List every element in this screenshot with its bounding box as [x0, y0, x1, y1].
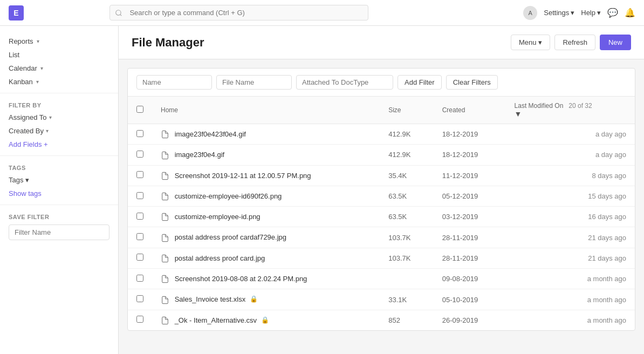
chevron-down-icon: ▾ [25, 176, 29, 184]
file-name-text[interactable]: customize-employee-id690f26.png [175, 192, 282, 200]
file-name-text[interactable]: Screenshot 2019-12-11 at 12.00.57 PM.png [175, 172, 311, 180]
navbar-right: A Settings ▾ Help ▾ 💬 🔔 [523, 6, 635, 20]
row-modified-cell: 8 days ago [506, 165, 635, 186]
row-created-cell: 11-12-2019 [434, 165, 506, 186]
row-name-cell: Screenshot 2019-08-08 at 2.02.24 PM.png [152, 269, 380, 289]
row-checkbox[interactable] [136, 213, 143, 220]
tags-filter-item[interactable]: Tags ▾ [0, 173, 118, 187]
sidebar-item-reports[interactable]: Reports ▾ [0, 35, 118, 48]
row-size-cell: 412.9K [380, 124, 434, 145]
file-name-text[interactable]: postal address proof card.jpg [175, 254, 265, 262]
filter-name-input[interactable] [9, 224, 109, 240]
refresh-button[interactable]: Refresh [554, 35, 595, 50]
row-size-cell [380, 269, 434, 289]
page-wrapper: Reports ▾ List Calendar ▾ Kanban ▾ FILTE… [0, 26, 644, 354]
table-row: postal address proof card.jpg 103.7K 28-… [128, 248, 635, 268]
sidebar-item-calendar[interactable]: Calendar ▾ [0, 62, 118, 75]
table-row: postal address proof cardaf729e.jpg 103.… [128, 227, 635, 248]
sidebar-divider [0, 93, 118, 93]
row-checkbox[interactable] [136, 171, 143, 178]
lock-icon: 🔒 [250, 295, 258, 303]
sort-direction-button[interactable]: ▼ [515, 110, 522, 118]
row-checkbox-cell [128, 207, 152, 227]
add-filter-button[interactable]: Add Filter [398, 75, 442, 90]
file-name-text[interactable]: Screenshot 2019-08-08 at 2.02.24 PM.png [175, 275, 307, 283]
file-name-text[interactable]: _Ok - Item_Alternative.csv [175, 316, 257, 324]
chevron-down-icon: ▾ [571, 9, 574, 17]
row-created-cell: 28-11-2019 [434, 248, 506, 268]
row-checkbox[interactable] [136, 295, 143, 302]
settings-button[interactable]: Settings ▾ [544, 9, 574, 17]
row-checkbox-cell [128, 124, 152, 145]
row-checkbox[interactable] [136, 275, 143, 282]
sidebar-item-kanban[interactable]: Kanban ▾ [0, 75, 118, 88]
table-row: image23f0e4.gif 412.9K 18-12-2019 a day … [128, 145, 635, 165]
sidebar-divider-2 [0, 155, 118, 156]
file-name-text[interactable]: image23f0e4.gif [175, 151, 225, 159]
row-created-cell: 05-12-2019 [434, 186, 506, 206]
select-all-checkbox[interactable] [136, 106, 143, 113]
row-size-cell: 103.7K [380, 248, 434, 268]
search-input[interactable] [109, 5, 368, 21]
row-checkbox[interactable] [136, 316, 143, 323]
row-checkbox[interactable] [136, 233, 143, 240]
sidebar: Reports ▾ List Calendar ▾ Kanban ▾ FILTE… [0, 26, 119, 354]
file-list-container: Add Filter Clear Filters Home [119, 59, 644, 339]
chevron-down-icon: ▾ [538, 38, 542, 46]
file-type-icon [161, 212, 169, 221]
tags-label: TAGS [0, 160, 118, 173]
count-display: 20 of 32 [568, 102, 592, 110]
row-size-cell: 412.9K [380, 145, 434, 165]
show-tags-button[interactable]: Show tags [0, 187, 118, 200]
row-checkbox-cell [128, 269, 152, 289]
assigned-to-filter[interactable]: Assigned To ▾ [0, 111, 118, 124]
file-list-card: Add Filter Clear Filters Home [127, 68, 635, 331]
row-name-cell: Screenshot 2019-12-11 at 12.00.57 PM.png [152, 165, 380, 186]
new-button[interactable]: New [600, 35, 631, 50]
sidebar-item-list[interactable]: List [0, 48, 118, 62]
created-by-filter[interactable]: Created By ▾ [0, 124, 118, 138]
row-checkbox-cell [128, 186, 152, 206]
row-name-cell: postal address proof card.jpg [152, 248, 380, 268]
row-checkbox[interactable] [136, 130, 143, 137]
doctype-filter-input[interactable] [296, 75, 393, 90]
file-name-text[interactable]: postal address proof cardaf729e.jpg [175, 234, 286, 242]
page-title: File Manager [132, 36, 204, 50]
row-checkbox[interactable] [136, 151, 143, 158]
row-checkbox-cell [128, 145, 152, 165]
row-created-cell: 26-09-2019 [434, 310, 506, 330]
row-name-cell: Sales_Invoice test.xlsx 🔒 [152, 289, 380, 310]
file-type-icon [161, 150, 169, 159]
row-modified-cell: a month ago [506, 289, 635, 310]
row-name-cell: _Ok - Item_Alternative.csv 🔒 [152, 310, 380, 330]
row-checkbox[interactable] [136, 254, 143, 261]
menu-button[interactable]: Menu ▾ [511, 35, 551, 50]
file-name-text[interactable]: customize-employee-id.png [175, 213, 261, 221]
row-created-cell: 09-08-2019 [434, 269, 506, 289]
name-filter-input[interactable] [136, 75, 212, 90]
chevron-down-icon: ▾ [49, 114, 52, 120]
add-fields-button[interactable]: Add Fields + [0, 138, 118, 151]
file-name-text[interactable]: Sales_Invoice test.xlsx [175, 296, 246, 304]
tags-item-label: Tags [9, 176, 23, 184]
brand-logo[interactable]: E [9, 5, 24, 21]
table-row: image23f0e423f0e4.gif 412.9K 18-12-2019 … [128, 124, 635, 145]
chevron-down-icon: ▾ [36, 79, 39, 85]
row-size-cell: 63.5K [380, 207, 434, 227]
file-name-text[interactable]: image23f0e423f0e4.gif [175, 130, 246, 138]
help-button[interactable]: Help ▾ [581, 9, 601, 17]
th-checkbox [128, 97, 152, 124]
row-name-cell: image23f0e4.gif [152, 145, 380, 165]
row-modified-cell: 21 days ago [506, 227, 635, 248]
chat-icon-button[interactable]: 💬 [607, 8, 618, 18]
row-checkbox[interactable] [136, 192, 143, 199]
file-name-filter-input[interactable] [216, 75, 292, 90]
chevron-down-icon: ▾ [597, 9, 601, 17]
th-modified: Last Modified On 20 of 32 ▼ [506, 97, 635, 124]
reports-label: Reports [9, 37, 33, 45]
file-type-icon [161, 233, 169, 242]
clear-filters-button[interactable]: Clear Filters [446, 75, 498, 90]
row-checkbox-cell [128, 227, 152, 248]
file-type-icon [161, 316, 169, 325]
bell-icon-button[interactable]: 🔔 [625, 8, 635, 18]
